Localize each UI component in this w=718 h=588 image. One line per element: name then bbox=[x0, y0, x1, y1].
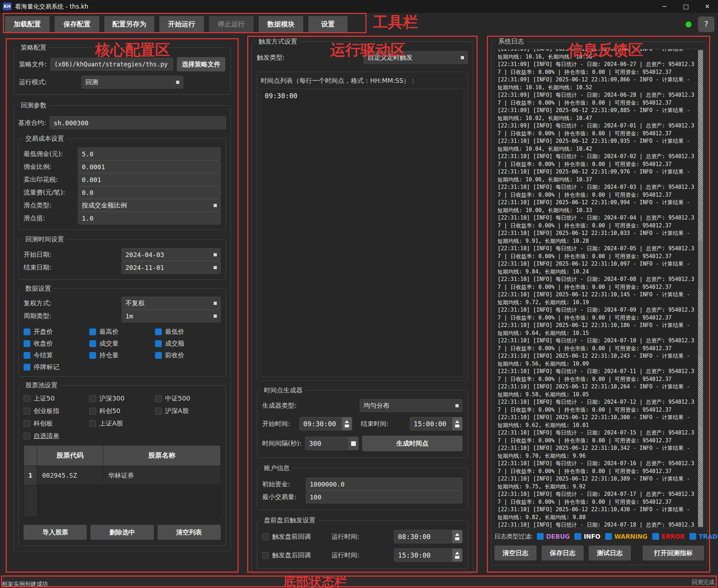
pre-run-time-spinner[interactable]: 08:30:00 bbox=[394, 530, 463, 543]
interval-input[interactable]: 300 bbox=[305, 437, 359, 450]
field-checkbox-close[interactable]: 收盘价 bbox=[24, 339, 89, 348]
clear-list-button[interactable]: 清空列表 bbox=[158, 525, 221, 540]
flow-fee-input[interactable]: 0.0 bbox=[78, 186, 221, 199]
help-button[interactable]: ? bbox=[698, 16, 714, 32]
log-scrollbar-thumb[interactable] bbox=[698, 240, 703, 290]
spinner-arrows-icon[interactable] bbox=[348, 437, 358, 450]
stamp-tax-label: 卖出印花税: bbox=[24, 175, 74, 184]
pool-checkbox-kc50[interactable]: 科创50 bbox=[89, 407, 155, 415]
dropdown-square-icon bbox=[176, 81, 179, 84]
window-title: 看海量化交易系统 - ths.kh bbox=[15, 2, 88, 11]
log-text: [22:31:09] [INFO] 2025-06-12 22:31:09,84… bbox=[498, 49, 697, 528]
field-checkbox-openint[interactable]: 持仓量 bbox=[89, 351, 155, 360]
spinner-arrows-icon[interactable] bbox=[452, 417, 462, 430]
stock-table: 股票代码 股票名称 1 002945.SZ 华林证券 bbox=[24, 445, 221, 517]
choose-strategy-file-button[interactable]: 选择策略文件 bbox=[177, 57, 225, 71]
strategy-file-input[interactable]: (x86)/khQuant/strategies/ths.py bbox=[50, 58, 173, 71]
pool-checkbox-kcb[interactable]: 科创板 bbox=[24, 419, 89, 428]
start-run-button[interactable]: 开始运行 bbox=[159, 16, 204, 32]
dropdown-square-icon bbox=[214, 315, 217, 318]
data-module-button[interactable]: 数据模块 bbox=[259, 16, 303, 32]
load-config-button[interactable]: 加载配置 bbox=[5, 16, 50, 32]
minimize-icon[interactable]: ─ bbox=[654, 0, 675, 13]
period-type-select[interactable]: 1m bbox=[121, 310, 221, 322]
pool-checkbox-hsa[interactable]: 沪深A股 bbox=[155, 407, 221, 415]
field-checkbox-open[interactable]: 开盘价 bbox=[24, 327, 89, 336]
end-date-picker[interactable]: 2024-11-01 bbox=[121, 261, 221, 274]
spinner-arrows-icon[interactable] bbox=[452, 530, 462, 543]
min-commission-input[interactable]: 5.0 bbox=[78, 147, 221, 160]
field-checkbox-preclose[interactable]: 前收价 bbox=[155, 351, 221, 360]
log-scrollbar[interactable] bbox=[698, 50, 703, 527]
pool-checkbox-custom-list[interactable]: 自选清单 bbox=[24, 432, 89, 440]
pool-checkbox-hs300[interactable]: 沪深300 bbox=[89, 394, 155, 403]
delete-selected-button[interactable]: 删除选中 bbox=[90, 525, 154, 540]
maximize-icon[interactable]: □ bbox=[675, 0, 697, 13]
initial-capital-input[interactable]: 1000000.0 bbox=[306, 478, 463, 491]
field-checkbox-suspend[interactable]: 停牌标记 bbox=[24, 363, 89, 371]
field-checkbox-volume[interactable]: 成交量 bbox=[89, 339, 155, 348]
field-checkbox-settle[interactable]: 今结算 bbox=[24, 351, 89, 360]
pre-market-checkbox[interactable]: 触发盘前回调 bbox=[262, 532, 311, 541]
save-config-button[interactable]: 保存配置 bbox=[55, 16, 99, 32]
start-date-picker[interactable]: 2024-04-03 bbox=[121, 248, 221, 261]
log-viewer[interactable]: [22:31:09] [INFO] 2025-06-12 22:31:09,84… bbox=[494, 49, 704, 528]
pool-checkbox-zz500[interactable]: 中证500 bbox=[155, 394, 221, 403]
test-log-button[interactable]: 测试日志 bbox=[589, 546, 631, 561]
stock-table-empty-area bbox=[24, 485, 220, 517]
post-market-checkbox[interactable]: 触发盘后回调 bbox=[262, 551, 311, 559]
warning-checkbox[interactable] bbox=[605, 533, 612, 540]
checkbox-unchecked-icon bbox=[89, 408, 96, 414]
checkbox-checked-icon bbox=[89, 340, 96, 347]
time-generator-group-title: 时间点生成器 bbox=[261, 386, 305, 394]
checkbox-unchecked-icon bbox=[24, 420, 30, 427]
clear-log-button[interactable]: 清空日志 bbox=[494, 546, 537, 561]
connection-status-dot bbox=[685, 21, 692, 27]
stamp-tax-input[interactable]: 0.001 bbox=[78, 173, 221, 186]
error-checkbox[interactable] bbox=[652, 533, 659, 540]
spinner-arrows-icon[interactable] bbox=[452, 549, 462, 562]
benchmark-input[interactable]: sh.000300 bbox=[50, 116, 226, 129]
save-config-as-button[interactable]: 配置另存为 bbox=[104, 16, 154, 32]
toolbar: 加载配置 保存配置 配置另存为 开始运行 停止运行 数据模块 设置 ? bbox=[0, 13, 718, 36]
core-config-panel: 策略配置 策略文件: (x86)/khQuant/strategies/ths.… bbox=[6, 38, 239, 573]
save-log-button[interactable]: 保存日志 bbox=[542, 546, 584, 561]
trade-checkbox[interactable] bbox=[689, 533, 696, 540]
checkbox-unchecked-icon bbox=[262, 533, 269, 540]
checkbox-unchecked-icon bbox=[155, 395, 162, 402]
min-volume-input[interactable]: 100 bbox=[306, 491, 463, 503]
pool-checkbox-sza[interactable]: 上证A股 bbox=[89, 419, 155, 428]
generate-time-points-button[interactable]: 生成时间点 bbox=[362, 436, 463, 451]
pool-checkbox-cybz[interactable]: 创业板指 bbox=[24, 407, 89, 415]
gen-end-time-spinner[interactable]: 15:00:00 bbox=[410, 417, 463, 431]
slippage-type-select[interactable]: 按成交金额比例 bbox=[78, 199, 221, 212]
system-log-group-title: 系统日志 bbox=[496, 37, 527, 46]
info-checkbox[interactable] bbox=[574, 533, 581, 540]
post-run-time-spinner[interactable]: 15:30:00 bbox=[394, 548, 463, 562]
trigger-type-select[interactable]: 自定义定时触发 bbox=[364, 51, 468, 64]
close-icon[interactable]: ✕ bbox=[697, 0, 718, 13]
trade-cost-group: 交易成本设置 最低佣金(元): 5.0 佣金比例: 0.0001 卖出印花税: … bbox=[18, 139, 226, 230]
generator-type-select[interactable]: 均匀分布 bbox=[360, 399, 463, 412]
debug-checkbox[interactable] bbox=[537, 533, 544, 540]
import-stocks-button[interactable]: 导入股票 bbox=[24, 525, 87, 540]
open-backtest-indicators-button[interactable]: 打开回测指标 bbox=[643, 546, 704, 561]
adjust-mode-select[interactable]: 不复权 bbox=[121, 297, 221, 310]
spinner-arrows-icon[interactable] bbox=[342, 417, 352, 430]
time-point-list-label: 时间点列表（每行一个时间点，格式：HH:MM:SS）： bbox=[261, 76, 464, 85]
time-point-list-textarea[interactable]: 09:30:00 bbox=[261, 89, 464, 377]
pool-checkbox-sz50[interactable]: 上证50 bbox=[24, 394, 89, 403]
checkbox-checked-icon bbox=[89, 328, 96, 335]
field-checkbox-amount[interactable]: 成交额 bbox=[155, 339, 221, 348]
table-row[interactable]: 1 002945.SZ 华林证券 bbox=[24, 466, 220, 485]
checkbox-unchecked-icon bbox=[24, 395, 30, 402]
settings-button[interactable]: 设置 bbox=[308, 16, 348, 32]
slippage-value-input[interactable]: 1.0 bbox=[78, 212, 221, 225]
run-mode-label: 运行模式: bbox=[19, 78, 47, 86]
trigger-type-label: 触发类型: bbox=[257, 53, 285, 62]
field-checkbox-high[interactable]: 最高价 bbox=[89, 327, 155, 336]
field-checkbox-low[interactable]: 最低价 bbox=[155, 327, 221, 336]
gen-start-time-spinner[interactable]: 09:30:00 bbox=[299, 417, 352, 431]
commission-ratio-input[interactable]: 0.0001 bbox=[78, 160, 221, 173]
run-mode-select[interactable]: 回测 bbox=[81, 76, 183, 89]
